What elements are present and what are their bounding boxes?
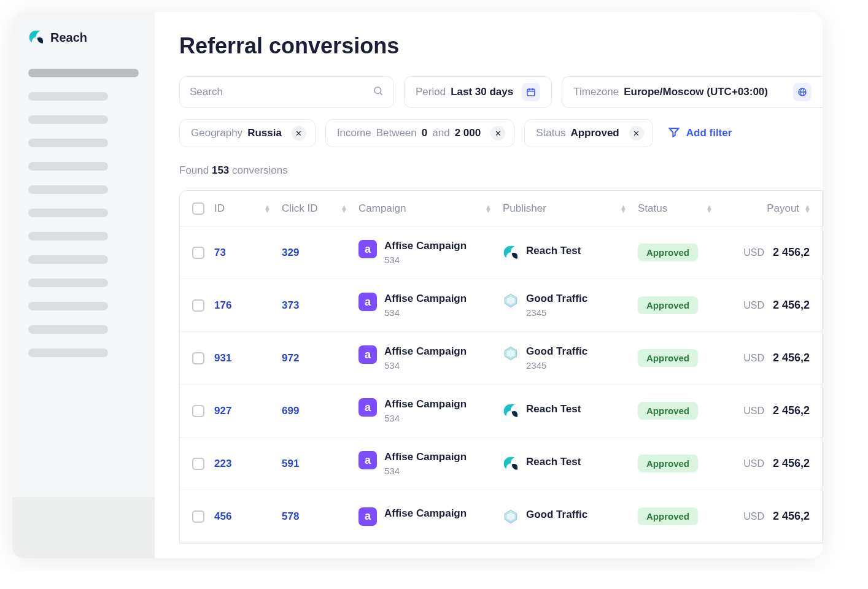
nav-item-placeholder[interactable]	[28, 209, 108, 217]
sort-icon[interactable]: ▲▼	[804, 205, 810, 212]
row-checkbox[interactable]	[192, 352, 204, 364]
publisher-name: Reach Test	[526, 403, 581, 415]
nav-item-placeholder[interactable]	[28, 232, 108, 241]
reach-logo-icon	[503, 403, 519, 419]
timezone-label: Timezone	[573, 86, 619, 98]
hex-logo-icon	[503, 293, 519, 309]
campaign-sub: 534	[384, 466, 467, 476]
payout-currency: USD	[743, 511, 764, 522]
table-row: 73329aAffise Campaign534Reach TestApprov…	[180, 226, 822, 279]
payout-currency: USD	[743, 406, 764, 417]
remove-filter-icon[interactable]: ✕	[490, 126, 505, 141]
row-id-link[interactable]: 456	[214, 510, 231, 523]
filter-chip-income[interactable]: Income Between 0 and 2 000 ✕	[325, 119, 514, 147]
status-badge: Approved	[638, 296, 698, 314]
row-checkbox[interactable]	[192, 247, 204, 259]
hex-logo-icon	[503, 345, 519, 361]
search-input[interactable]	[190, 86, 373, 98]
payout-currency: USD	[743, 300, 764, 311]
period-filter[interactable]: Period Last 30 days	[404, 76, 552, 108]
row-click-id-link[interactable]: 591	[282, 458, 299, 470]
nav-item-placeholder[interactable]	[28, 325, 108, 334]
row-id-link[interactable]: 927	[214, 405, 231, 417]
page-title: Referral conversions	[179, 33, 823, 59]
col-click-id[interactable]: Click ID	[282, 202, 318, 215]
sort-icon[interactable]: ▲▼	[706, 205, 711, 212]
campaign-sub: 534	[384, 307, 467, 318]
timezone-filter[interactable]: Timezone Europe/Moscow (UTC+03:00)	[562, 76, 823, 108]
col-campaign[interactable]: Campaign	[358, 202, 406, 215]
row-id-link[interactable]: 73	[214, 247, 226, 259]
period-label: Period	[416, 86, 446, 98]
funnel-icon	[668, 126, 680, 141]
campaign-sub: 534	[384, 360, 467, 371]
table-header: ID▲▼ Click ID▲▼ Campaign▲▼ Publisher▲▼ S…	[180, 191, 822, 226]
row-checkbox[interactable]	[192, 299, 204, 312]
remove-filter-icon[interactable]: ✕	[292, 126, 306, 141]
publisher-name: Good Traffic	[526, 509, 587, 521]
remove-filter-icon[interactable]: ✕	[629, 126, 644, 141]
search-input-wrapper[interactable]	[179, 76, 394, 108]
payout-value: 2 456,2	[773, 510, 810, 523]
filter-chip-status[interactable]: Status Approved ✕	[524, 119, 653, 147]
app-name: Reach	[50, 31, 87, 45]
row-click-id-link[interactable]: 373	[282, 299, 299, 312]
nav-item-placeholder[interactable]	[28, 302, 108, 310]
row-click-id-link[interactable]: 972	[282, 352, 299, 364]
payout-value: 2 456,2	[773, 299, 810, 312]
col-status[interactable]: Status	[638, 202, 667, 215]
col-id[interactable]: ID	[214, 202, 225, 215]
nav-item-placeholder[interactable]	[28, 69, 139, 77]
payout-value: 2 456,2	[773, 352, 810, 364]
sidebar: Reach	[12, 12, 155, 558]
main-content: Referral conversions Period Last 30 days…	[155, 12, 823, 558]
row-checkbox[interactable]	[192, 458, 204, 470]
status-badge: Approved	[638, 244, 698, 261]
period-value: Last 30 days	[451, 86, 513, 98]
row-id-link[interactable]: 223	[214, 458, 231, 470]
row-click-id-link[interactable]: 578	[282, 510, 299, 523]
nav-item-placeholder[interactable]	[28, 279, 108, 287]
row-id-link[interactable]: 176	[214, 299, 231, 312]
affise-logo-icon: a	[358, 240, 377, 258]
status-badge: Approved	[638, 402, 698, 420]
nav-item-placeholder[interactable]	[28, 162, 108, 171]
sort-icon[interactable]: ▲▼	[264, 205, 269, 212]
row-checkbox[interactable]	[192, 510, 204, 523]
nav-item-placeholder[interactable]	[28, 139, 108, 147]
search-icon	[373, 85, 384, 99]
logo[interactable]: Reach	[28, 29, 139, 45]
campaign-name: Affise Campaign	[384, 345, 467, 358]
table-row: 176373aAffise Campaign534Good Traffic234…	[180, 279, 822, 332]
add-filter-button[interactable]: Add filter	[663, 126, 737, 141]
reach-logo-icon	[503, 456, 519, 472]
row-id-link[interactable]: 931	[214, 352, 231, 364]
sort-icon[interactable]: ▲▼	[620, 205, 626, 212]
nav-item-placeholder[interactable]	[28, 348, 108, 357]
nav-item-placeholder[interactable]	[28, 255, 108, 264]
filter-chip-geography[interactable]: Geography Russia ✕	[179, 119, 316, 147]
sort-icon[interactable]: ▲▼	[485, 205, 490, 212]
sort-icon[interactable]: ▲▼	[341, 205, 346, 212]
reach-logo-icon	[503, 245, 519, 261]
nav-item-placeholder[interactable]	[28, 185, 108, 194]
affise-logo-icon: a	[358, 398, 377, 417]
affise-logo-icon: a	[358, 345, 377, 364]
nav-item-placeholder[interactable]	[28, 115, 108, 124]
conversions-table: ID▲▼ Click ID▲▼ Campaign▲▼ Publisher▲▼ S…	[179, 190, 823, 544]
row-click-id-link[interactable]: 329	[282, 247, 299, 259]
timezone-value: Europe/Moscow (UTC+03:00)	[624, 86, 768, 98]
row-checkbox[interactable]	[192, 405, 204, 417]
svg-rect-2	[527, 89, 535, 96]
sidebar-footer	[12, 497, 155, 558]
col-payout[interactable]: Payout	[767, 202, 799, 215]
select-all-checkbox[interactable]	[192, 202, 204, 215]
row-click-id-link[interactable]: 699	[282, 405, 299, 417]
col-publisher[interactable]: Publisher	[503, 202, 546, 215]
nav-item-placeholder[interactable]	[28, 92, 108, 101]
campaign-sub: 534	[384, 255, 467, 265]
campaign-name: Affise Campaign	[384, 398, 467, 410]
payout-value: 2 456,2	[773, 404, 810, 417]
affise-logo-icon: a	[358, 507, 377, 526]
campaign-name: Affise Campaign	[384, 451, 467, 463]
